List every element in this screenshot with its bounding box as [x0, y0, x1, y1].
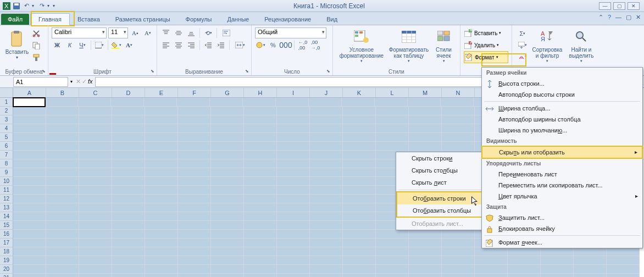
col-header[interactable]: M [409, 88, 442, 98]
cell[interactable] [442, 274, 475, 277]
cell[interactable] [13, 247, 46, 256]
cell[interactable] [277, 274, 310, 277]
row-header[interactable]: 9 [0, 168, 13, 177]
cell[interactable] [211, 256, 244, 265]
cell[interactable] [310, 115, 343, 124]
cell[interactable] [409, 239, 442, 247]
cell[interactable] [376, 239, 409, 247]
cell[interactable] [409, 274, 442, 277]
cell[interactable] [112, 151, 145, 159]
cell[interactable] [211, 159, 244, 168]
cell[interactable] [46, 115, 79, 124]
cell[interactable] [46, 265, 79, 274]
cell[interactable] [145, 195, 178, 203]
cell[interactable] [541, 247, 574, 256]
cell[interactable] [145, 221, 178, 230]
cell[interactable] [79, 256, 112, 265]
increase-indent-button[interactable] [215, 40, 226, 51]
col-header[interactable]: K [343, 88, 376, 98]
cell[interactable] [145, 142, 178, 151]
submenu-hide-cols[interactable]: Скрыть столбцы [396, 164, 484, 176]
cell[interactable] [277, 133, 310, 142]
row-header[interactable]: 7 [0, 151, 13, 159]
close-button[interactable]: ✕ [628, 2, 640, 10]
cell[interactable] [112, 230, 145, 239]
cell[interactable] [343, 159, 376, 168]
tab-layout[interactable]: Разметка страницы [108, 14, 178, 25]
cell[interactable] [244, 239, 277, 247]
cell[interactable] [607, 274, 640, 277]
name-box[interactable]: A1 [13, 77, 68, 87]
tab-review[interactable]: Рецензирование [257, 14, 319, 25]
cell[interactable] [310, 203, 343, 212]
cell[interactable] [574, 247, 607, 256]
cell[interactable] [13, 230, 46, 239]
cell[interactable] [112, 168, 145, 177]
cell[interactable] [13, 159, 46, 168]
row-header[interactable]: 1 [0, 98, 13, 107]
cell[interactable] [244, 203, 277, 212]
cell[interactable] [277, 115, 310, 124]
cell[interactable] [79, 212, 112, 221]
cell[interactable] [79, 159, 112, 168]
cell[interactable] [343, 107, 376, 115]
cell[interactable] [309, 98, 342, 107]
minimize-ribbon-icon[interactable]: ⌃ [598, 14, 603, 21]
borders-button[interactable]: ▾ [94, 40, 105, 51]
cut-button[interactable] [31, 28, 42, 39]
cell[interactable] [46, 186, 79, 195]
tab-home[interactable]: Главная [30, 13, 70, 25]
cell[interactable] [310, 256, 343, 265]
col-header[interactable]: N [442, 88, 475, 98]
cell[interactable] [277, 230, 310, 239]
cell[interactable] [343, 221, 376, 230]
cell[interactable] [178, 239, 211, 247]
cell[interactable] [145, 239, 178, 247]
cell[interactable] [277, 159, 310, 168]
cell[interactable] [13, 97, 46, 107]
cell[interactable] [211, 195, 244, 203]
cell[interactable] [112, 212, 145, 221]
cell[interactable] [607, 256, 640, 265]
cell[interactable] [13, 274, 46, 277]
cell[interactable] [79, 168, 112, 177]
menu-autofit-row[interactable]: Автоподбор высоты строки [482, 89, 642, 100]
cell[interactable] [310, 151, 343, 159]
cell[interactable] [211, 107, 244, 115]
cell[interactable] [508, 256, 541, 265]
cell[interactable] [310, 124, 343, 133]
cell[interactable] [13, 203, 46, 212]
undo-icon[interactable]: ↶ [22, 2, 31, 10]
col-header[interactable]: B [46, 88, 79, 98]
cell[interactable] [112, 203, 145, 212]
cell[interactable] [145, 168, 178, 177]
cell[interactable] [244, 177, 277, 186]
cell[interactable] [409, 133, 442, 142]
cell[interactable] [343, 124, 376, 133]
qat-customize[interactable]: ▾ [53, 3, 57, 8]
cell[interactable] [343, 203, 376, 212]
underline-button[interactable]: Ч▾ [77, 40, 88, 51]
font-launcher[interactable]: ⬊ [149, 68, 156, 74]
cell[interactable] [442, 142, 475, 151]
cell[interactable] [211, 221, 244, 230]
cell[interactable] [376, 107, 409, 115]
col-header[interactable]: G [211, 88, 244, 98]
cell[interactable] [376, 115, 409, 124]
cell[interactable] [211, 151, 244, 159]
tab-data[interactable]: Данные [219, 14, 257, 25]
cell[interactable] [244, 159, 277, 168]
cell[interactable] [112, 115, 145, 124]
cell[interactable] [442, 124, 475, 133]
cell[interactable] [343, 256, 376, 265]
tab-insert[interactable]: Вставка [70, 14, 108, 25]
cell[interactable] [244, 142, 277, 151]
comma-button[interactable]: 000 [280, 40, 291, 51]
italic-button[interactable]: К [64, 40, 75, 51]
cell[interactable] [211, 133, 244, 142]
cell[interactable] [376, 265, 409, 274]
cell[interactable] [442, 239, 475, 247]
cell[interactable] [343, 186, 376, 195]
cell[interactable] [79, 115, 112, 124]
cell[interactable] [112, 265, 145, 274]
